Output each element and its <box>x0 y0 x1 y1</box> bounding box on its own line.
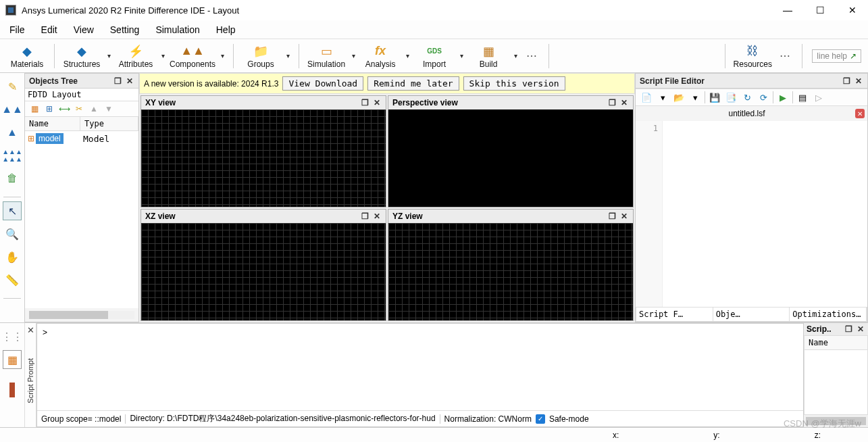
maximize-button[interactable]: ☐ <box>810 3 830 18</box>
script-prompt-input[interactable]: > <box>37 324 803 410</box>
tree-col-name[interactable]: Name <box>25 117 80 130</box>
tab-script[interactable]: Script F… <box>636 308 713 321</box>
import-dropdown[interactable]: ▾ <box>457 43 465 70</box>
tree-btn-down[interactable]: ▼ <box>102 102 116 116</box>
rb-scrollbar[interactable] <box>806 417 866 425</box>
rb-close[interactable]: ✕ <box>856 324 865 334</box>
yz-view-canvas[interactable] <box>388 223 633 320</box>
editor-open-icon[interactable]: 📂 <box>672 91 686 104</box>
tab-optimizations[interactable]: Optimizations … <box>790 308 867 321</box>
rb-col-name[interactable]: Name <box>805 336 867 350</box>
editor-body[interactable]: 1 <box>636 121 867 307</box>
script-prompt-status: Group scope= ::model Directory: D:\FDTD程… <box>37 410 803 426</box>
xz-close[interactable]: ✕ <box>372 212 382 221</box>
persp-undock[interactable]: ❐ <box>607 98 617 107</box>
toolbar-import[interactable]: GDSImport <box>414 43 455 69</box>
window-title: Ansys Lumerical 2020 R2 Finite Differenc… <box>22 5 239 16</box>
xz-view-canvas[interactable] <box>141 223 386 320</box>
tree-toolbar: ▦ ⊞ ⟷ ✂ ▲ ▼ <box>25 101 138 117</box>
yz-undock[interactable]: ❐ <box>607 212 617 221</box>
lb-bar-icon[interactable] <box>9 383 15 397</box>
pan-tool-icon[interactable]: ✋ <box>3 247 22 266</box>
triangles-tool-icon[interactable]: ▲▲ <box>3 100 22 119</box>
tree-btn-3[interactable]: ⟷ <box>57 102 71 116</box>
editor-open-dd[interactable]: ▾ <box>688 91 702 104</box>
objects-tree-undock[interactable]: ❐ <box>113 76 122 86</box>
editor-refresh-icon[interactable]: ↻ <box>740 91 754 104</box>
lb-grid-icon[interactable]: ▦ <box>3 350 22 369</box>
editor-cycle-icon[interactable]: ⟳ <box>757 91 770 104</box>
zoom-tool-icon[interactable]: 🔍 <box>3 224 22 243</box>
toolbar-materials[interactable]: ◆Materials <box>7 43 47 69</box>
menu-file[interactable]: File <box>1 22 33 37</box>
toolbar-overflow[interactable]: ⋯ <box>522 49 542 62</box>
script-editor-title: Script File Editor <box>640 76 705 86</box>
xy-view-canvas[interactable] <box>141 109 386 207</box>
safe-mode-checkbox[interactable]: ✓ <box>536 414 545 424</box>
toolbar-components[interactable]: ▲▲Components <box>170 43 215 69</box>
groups-dropdown[interactable]: ▾ <box>284 43 292 70</box>
skip-version-button[interactable]: Skip this version <box>463 76 565 91</box>
remind-later-button[interactable]: Remind me later <box>367 76 459 91</box>
build-dropdown[interactable]: ▾ <box>511 43 519 70</box>
simulation-dropdown[interactable]: ▾ <box>349 43 357 70</box>
minimize-button[interactable]: — <box>777 3 798 18</box>
toolbar-structures[interactable]: ◆Structures <box>61 43 102 69</box>
xy-view-title: XY view <box>145 98 176 107</box>
left-bottom-toolbar: ⋮⋮ ▦ <box>0 323 24 427</box>
editor-undock[interactable]: ❐ <box>842 76 851 86</box>
xy-close[interactable]: ✕ <box>372 98 382 107</box>
structures-dropdown[interactable]: ▾ <box>105 43 113 70</box>
perspective-view-canvas[interactable] <box>388 109 633 207</box>
components-dropdown[interactable]: ▾ <box>218 43 226 70</box>
toolbar-groups[interactable]: 📁Groups <box>240 43 281 69</box>
pencil-tool-icon[interactable]: ✎ <box>3 77 22 96</box>
tree-btn-1[interactable]: ▦ <box>28 102 41 116</box>
tree-hscrollbar[interactable] <box>29 311 134 319</box>
rb-undock[interactable]: ❐ <box>844 324 853 334</box>
menu-edit[interactable]: Edit <box>33 22 66 37</box>
editor-save-icon[interactable]: 💾 <box>708 91 721 104</box>
tab-objects[interactable]: Obje… <box>713 308 790 321</box>
close-button[interactable]: ✕ <box>842 3 863 18</box>
tree-btn-4[interactable]: ✂ <box>72 102 86 116</box>
yz-close[interactable]: ✕ <box>619 212 629 221</box>
triangle-tool-icon[interactable]: ▲ <box>3 123 22 142</box>
editor-run-icon[interactable]: ▶ <box>776 91 790 104</box>
editor-close[interactable]: ✕ <box>854 76 863 86</box>
editor-step-icon[interactable]: ▷ <box>812 91 825 104</box>
toolbar-build[interactable]: ▦Build <box>468 43 509 69</box>
editor-new-dd[interactable]: ▾ <box>656 91 669 104</box>
xz-undock[interactable]: ❐ <box>360 212 369 221</box>
ruler-tool-icon[interactable]: 📏 <box>3 270 22 289</box>
toolbar-analysis[interactable]: fxAnalysis <box>360 43 401 69</box>
toolbar-attributes[interactable]: ⚡Attributes <box>116 43 156 69</box>
xy-undock[interactable]: ❐ <box>360 98 369 107</box>
tree-btn-up[interactable]: ▲ <box>87 102 101 116</box>
prompt-close[interactable]: ✕ <box>25 324 36 335</box>
help-search[interactable]: line help↗ <box>812 49 861 63</box>
editor-layout-icon[interactable]: ▤ <box>796 91 809 104</box>
tree-col-type[interactable]: Type <box>80 117 138 130</box>
resources-overflow[interactable]: ⋯ <box>775 49 795 62</box>
trash-tool-icon[interactable]: 🗑 <box>3 169 22 188</box>
menu-setting[interactable]: Setting <box>102 22 148 37</box>
editor-saveall-icon[interactable]: 📑 <box>724 91 738 104</box>
select-tool-icon[interactable]: ↖ <box>3 201 22 220</box>
lb-dots-icon[interactable]: ⋮⋮ <box>3 327 22 346</box>
tree-btn-2[interactable]: ⊞ <box>43 102 56 116</box>
editor-file-close[interactable]: ✕ <box>855 109 865 118</box>
menu-simulation[interactable]: Simulation <box>147 22 207 37</box>
toolbar-resources[interactable]: ⛓Resources <box>732 43 773 69</box>
tree-row-model[interactable]: ⊞ model Model <box>25 131 138 146</box>
menu-help[interactable]: Help <box>208 22 244 37</box>
pattern-tool-icon[interactable]: ▲▲▲▲▲▲ <box>3 146 22 165</box>
menu-view[interactable]: View <box>66 22 102 37</box>
editor-new-icon[interactable]: 📄 <box>640 91 653 104</box>
attributes-dropdown[interactable]: ▾ <box>159 43 167 70</box>
toolbar-simulation[interactable]: ▭Simulation <box>306 43 347 69</box>
analysis-dropdown[interactable]: ▾ <box>403 43 411 70</box>
view-download-button[interactable]: View Download <box>282 76 363 91</box>
objects-tree-close[interactable]: ✕ <box>125 76 134 86</box>
persp-close[interactable]: ✕ <box>619 98 629 107</box>
